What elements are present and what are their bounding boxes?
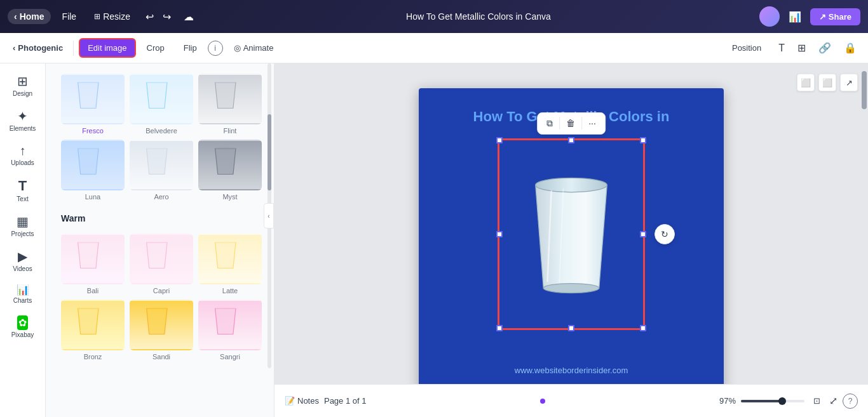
fullscreen-button[interactable]: ⤢ (829, 395, 837, 407)
zoom-slider-thumb[interactable] (778, 397, 786, 405)
luna-thumbnail (61, 140, 125, 190)
image-edit-toolbar: ‹ Photogenic Edit image Crop Flip i ◎ An… (0, 33, 868, 63)
resize-handle-top-left[interactable] (496, 137, 503, 143)
filter-bali[interactable]: Bali (61, 234, 125, 295)
grid-icon[interactable]: ⊞ (794, 39, 810, 56)
sidebar-item-text[interactable]: T Text (3, 173, 43, 208)
sidebar-item-design[interactable]: ⊞ Design (3, 69, 43, 102)
filter-belvedere[interactable]: Belvedere (130, 74, 193, 135)
filter-sandi[interactable]: Sandi (130, 300, 193, 361)
filter-luna[interactable]: Luna (61, 140, 125, 201)
myst-thumbnail (198, 140, 262, 190)
filter-bronz[interactable]: Bronz (61, 300, 125, 361)
filter-latte[interactable]: Latte (198, 234, 262, 295)
myst-label: Myst (222, 193, 237, 201)
pixabay-label: Pixabay (11, 331, 34, 338)
bronz-label: Bronz (84, 353, 102, 361)
bottom-right-controls: 97% ⊡ ⤢ ? (719, 394, 858, 409)
resize-handle-bottom-center[interactable] (568, 325, 574, 331)
bronz-thumbnail (61, 300, 125, 350)
resize-handle-top-center[interactable] (568, 137, 574, 143)
help-button[interactable]: ? (843, 394, 858, 409)
notes-button[interactable]: 📝 Notes (285, 396, 319, 406)
flip-button[interactable]: Flip (175, 39, 205, 57)
filter-myst[interactable]: Myst (198, 140, 262, 201)
resize-handle-top-right[interactable] (640, 137, 646, 143)
sidebar-item-projects[interactable]: ▦ Projects (3, 209, 43, 242)
notes-icon: 📝 (285, 396, 295, 406)
text-icon: T (18, 178, 27, 194)
sidebar-item-pixabay[interactable]: ✿ Pixabay (3, 310, 43, 343)
filter-sangri[interactable]: Sangri (198, 300, 262, 361)
cloud-save-button[interactable]: ☁ (180, 8, 198, 25)
bali-label: Bali (87, 287, 98, 295)
svg-point-0 (78, 81, 98, 84)
filter-capri[interactable]: Capri (130, 234, 193, 295)
topbar-right-controls: 📊 ↗ Share (759, 6, 860, 27)
position-button[interactable]: Position (724, 39, 770, 57)
lock-icon[interactable]: 🔒 (840, 39, 860, 56)
collapse-panel-button[interactable]: ‹ (264, 203, 274, 228)
page-dot-1[interactable] (540, 399, 545, 404)
animate-button[interactable]: ◎ Animate (226, 39, 282, 57)
sidebar-item-elements[interactable]: ✦ Elements (3, 103, 43, 137)
user-avatar[interactable] (759, 6, 780, 27)
uploads-label: Uploads (11, 159, 34, 166)
text-effects-icon[interactable]: T (775, 40, 789, 56)
resize-handle-bottom-left[interactable] (496, 325, 503, 331)
zoom-slider[interactable] (741, 400, 804, 402)
cup-image (499, 140, 643, 328)
capri-label: Capri (153, 287, 170, 295)
expand-left-icon[interactable]: ⬜ (797, 74, 815, 91)
page-info-label: Page 1 of 1 (324, 396, 367, 406)
latte-label: Latte (222, 287, 238, 295)
sidebar-item-videos[interactable]: ▶ Videos (3, 244, 43, 277)
sidebar-item-uploads[interactable]: ↑ Uploads (3, 138, 43, 171)
main-content: ⊞ Design ✦ Elements ↑ Uploads T Text ▦ P… (0, 63, 868, 417)
resize-handle-bottom-right[interactable] (640, 325, 646, 331)
resize-handle-middle-left[interactable] (496, 231, 503, 237)
svg-point-15 (543, 283, 599, 293)
filter-aero[interactable]: Aero (130, 140, 193, 201)
vertical-scrollbar[interactable] (860, 63, 868, 384)
page-dots (540, 399, 545, 404)
undo-button[interactable]: ↩ (142, 8, 158, 25)
projects-icon: ▦ (17, 214, 29, 229)
svg-point-1 (147, 81, 167, 84)
home-button[interactable]: ‹ Home (8, 9, 51, 24)
more-options-button[interactable]: ··· (585, 116, 600, 131)
resize-handle-middle-right[interactable] (640, 231, 646, 237)
redo-button[interactable]: ↪ (159, 8, 175, 25)
resize-button[interactable]: ⊞ Resize (88, 9, 137, 24)
home-chevron-icon: ‹ (14, 11, 17, 22)
left-sidebar: ⊞ Design ✦ Elements ↑ Uploads T Text ▦ P… (0, 63, 46, 417)
svg-point-4 (147, 147, 167, 150)
analytics-icon[interactable]: 📊 (785, 8, 805, 25)
edit-image-button[interactable]: Edit image (79, 38, 135, 58)
share-button[interactable]: ↗ Share (810, 8, 860, 25)
info-button[interactable]: i (208, 41, 223, 56)
elements-icon: ✦ (17, 109, 28, 124)
rotate-element-button[interactable]: ↻ (654, 224, 675, 244)
selected-element[interactable]: ⧉ 🗑 ··· (498, 139, 644, 329)
expand-icon[interactable]: ⬜ (818, 74, 836, 91)
fit-to-page-button[interactable]: ⊡ (810, 394, 824, 408)
videos-icon: ▶ (18, 249, 27, 264)
copy-element-button[interactable]: ⧉ (543, 116, 557, 131)
sidebar-item-charts[interactable]: 📊 Charts (3, 279, 43, 309)
link-icon[interactable]: 🔗 (815, 39, 835, 56)
delete-element-button[interactable]: 🗑 (562, 116, 579, 131)
design-label: Design (13, 90, 32, 97)
file-menu-button[interactable]: File (56, 9, 83, 24)
flint-label: Flint (224, 127, 237, 135)
back-to-photogenic-button[interactable]: ‹ Photogenic (8, 41, 68, 55)
zoom-percentage-label: 97% (719, 396, 736, 406)
filter-flint[interactable]: Flint (198, 74, 262, 135)
warm-section-title: Warm (53, 208, 266, 226)
aero-thumbnail (130, 140, 193, 190)
filter-fresco[interactable]: Fresco (61, 74, 125, 135)
bottom-status-bar: 📝 Notes Page 1 of 1 97% ⊡ ⤢ ? (275, 384, 868, 417)
sangri-thumbnail (198, 300, 262, 350)
crop-button[interactable]: Crop (139, 39, 173, 57)
pop-out-icon[interactable]: ↗ (840, 74, 858, 91)
